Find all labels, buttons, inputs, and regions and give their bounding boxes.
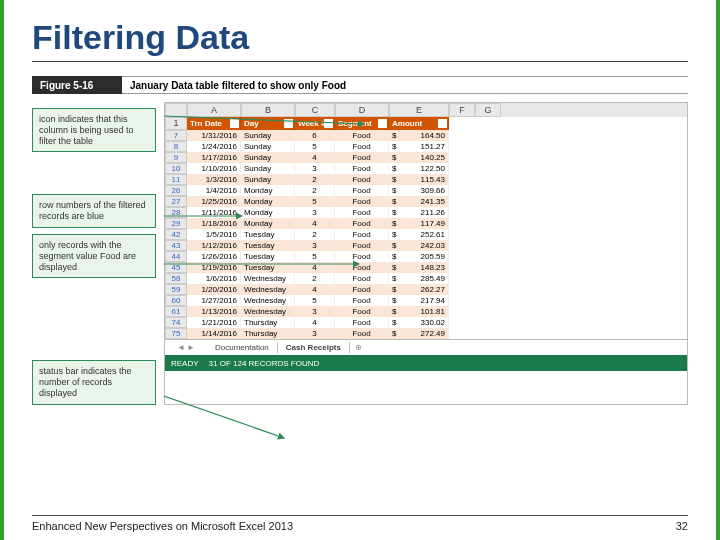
cell-week[interactable]: 3 xyxy=(295,207,335,218)
col-C[interactable]: C xyxy=(295,103,335,117)
cell-day[interactable]: Sunday xyxy=(241,174,295,185)
tab-cash-receipts[interactable]: Cash Receipts xyxy=(278,342,350,353)
cell-week[interactable]: 3 xyxy=(295,328,335,339)
cell-segment[interactable]: Food xyxy=(335,306,389,317)
cell-day[interactable]: Wednesday xyxy=(241,284,295,295)
cell-date[interactable]: 1/4/2016 xyxy=(187,185,241,196)
cell-date[interactable]: 1/5/2016 xyxy=(187,229,241,240)
cell-amount[interactable]: $122.50 xyxy=(389,163,449,174)
cell-day[interactable]: Sunday xyxy=(241,163,295,174)
cell-date[interactable]: 1/12/2016 xyxy=(187,240,241,251)
cell-date[interactable]: 1/26/2016 xyxy=(187,251,241,262)
cell-week[interactable]: 5 xyxy=(295,251,335,262)
cell-amount[interactable]: $140.25 xyxy=(389,152,449,163)
row-header[interactable]: 60 xyxy=(165,295,187,306)
cell-date[interactable]: 1/24/2016 xyxy=(187,141,241,152)
cell-segment[interactable]: Food xyxy=(335,163,389,174)
cell-day[interactable]: Wednesday xyxy=(241,273,295,284)
cell-segment[interactable]: Food xyxy=(335,251,389,262)
filter-dropdown-icon[interactable]: ▾ xyxy=(284,119,293,128)
cell-amount[interactable]: $309.66 xyxy=(389,185,449,196)
cell-day[interactable]: Tuesday xyxy=(241,251,295,262)
row-header[interactable]: 8 xyxy=(165,141,187,152)
cell-segment[interactable]: Food xyxy=(335,207,389,218)
cell-week[interactable]: 5 xyxy=(295,141,335,152)
cell-week[interactable]: 5 xyxy=(295,295,335,306)
cell-day[interactable]: Thursday xyxy=(241,317,295,328)
header-day[interactable]: Day▾ xyxy=(241,117,295,130)
new-sheet-button[interactable]: ⊕ xyxy=(350,343,368,352)
cell-segment[interactable]: Food xyxy=(335,174,389,185)
cell-segment[interactable]: Food xyxy=(335,317,389,328)
cell-segment[interactable]: Food xyxy=(335,185,389,196)
cell-segment[interactable]: Food xyxy=(335,141,389,152)
cell-segment[interactable]: Food xyxy=(335,196,389,207)
cell-date[interactable]: 1/10/2016 xyxy=(187,163,241,174)
cell-day[interactable]: Monday xyxy=(241,207,295,218)
tab-nav-arrows[interactable]: ◄ ► xyxy=(165,343,207,352)
row-header[interactable]: 44 xyxy=(165,251,187,262)
row-header[interactable]: 43 xyxy=(165,240,187,251)
cell-week[interactable]: 4 xyxy=(295,317,335,328)
cell-date[interactable]: 1/31/2016 xyxy=(187,130,241,141)
cell-date[interactable]: 1/6/2016 xyxy=(187,273,241,284)
row-header[interactable]: 27 xyxy=(165,196,187,207)
cell-date[interactable]: 1/27/2016 xyxy=(187,295,241,306)
cell-day[interactable]: Monday xyxy=(241,185,295,196)
cell-segment[interactable]: Food xyxy=(335,130,389,141)
cell-amount[interactable]: $151.27 xyxy=(389,141,449,152)
cell-week[interactable]: 3 xyxy=(295,163,335,174)
cell-date[interactable]: 1/18/2016 xyxy=(187,218,241,229)
row-header[interactable]: 29 xyxy=(165,218,187,229)
cell-day[interactable]: Sunday xyxy=(241,141,295,152)
cell-amount[interactable]: $242.03 xyxy=(389,240,449,251)
cell-amount[interactable]: $148.23 xyxy=(389,262,449,273)
cell-amount[interactable]: $252.61 xyxy=(389,229,449,240)
cell-segment[interactable]: Food xyxy=(335,152,389,163)
cell-week[interactable]: 3 xyxy=(295,306,335,317)
cell-day[interactable]: Wednesday xyxy=(241,295,295,306)
cell-segment[interactable]: Food xyxy=(335,284,389,295)
cell-amount[interactable]: $217.94 xyxy=(389,295,449,306)
header-segment[interactable]: Segment▾ xyxy=(335,117,389,130)
cell-day[interactable]: Monday xyxy=(241,196,295,207)
cell-amount[interactable]: $164.50 xyxy=(389,130,449,141)
cell-date[interactable]: 1/21/2016 xyxy=(187,317,241,328)
row-header[interactable]: 7 xyxy=(165,130,187,141)
row-header[interactable]: 10 xyxy=(165,163,187,174)
tab-documentation[interactable]: Documentation xyxy=(207,342,278,353)
cell-date[interactable]: 1/11/2016 xyxy=(187,207,241,218)
cell-amount[interactable]: $211.26 xyxy=(389,207,449,218)
cell-day[interactable]: Sunday xyxy=(241,152,295,163)
row-header[interactable]: 61 xyxy=(165,306,187,317)
filter-active-icon[interactable]: ▾ xyxy=(378,119,387,128)
cell-day[interactable]: Wednesday xyxy=(241,306,295,317)
cell-week[interactable]: 5 xyxy=(295,196,335,207)
cell-day[interactable]: Monday xyxy=(241,218,295,229)
cell-date[interactable]: 1/19/2016 xyxy=(187,262,241,273)
cell-week[interactable]: 2 xyxy=(295,273,335,284)
cell-day[interactable]: Tuesday xyxy=(241,229,295,240)
cell-amount[interactable]: $272.49 xyxy=(389,328,449,339)
filter-dropdown-icon[interactable]: ▾ xyxy=(230,119,239,128)
cell-week[interactable]: 4 xyxy=(295,262,335,273)
cell-segment[interactable]: Food xyxy=(335,273,389,284)
row-header[interactable]: 26 xyxy=(165,185,187,196)
cell-date[interactable]: 1/13/2016 xyxy=(187,306,241,317)
select-all-corner[interactable] xyxy=(165,103,187,117)
cell-segment[interactable]: Food xyxy=(335,295,389,306)
col-F[interactable]: F xyxy=(449,103,475,117)
row-header[interactable]: 9 xyxy=(165,152,187,163)
cell-day[interactable]: Sunday xyxy=(241,130,295,141)
header-week[interactable]: Week #▾ xyxy=(295,117,335,130)
cell-week[interactable]: 6 xyxy=(295,130,335,141)
row-header[interactable]: 58 xyxy=(165,273,187,284)
cell-segment[interactable]: Food xyxy=(335,262,389,273)
col-A[interactable]: A xyxy=(187,103,241,117)
cell-segment[interactable]: Food xyxy=(335,240,389,251)
header-trn-date[interactable]: Trn Date▾ xyxy=(187,117,241,130)
cell-amount[interactable]: $205.59 xyxy=(389,251,449,262)
cell-amount[interactable]: $241.35 xyxy=(389,196,449,207)
cell-day[interactable]: Thursday xyxy=(241,328,295,339)
row-header[interactable]: 45 xyxy=(165,262,187,273)
